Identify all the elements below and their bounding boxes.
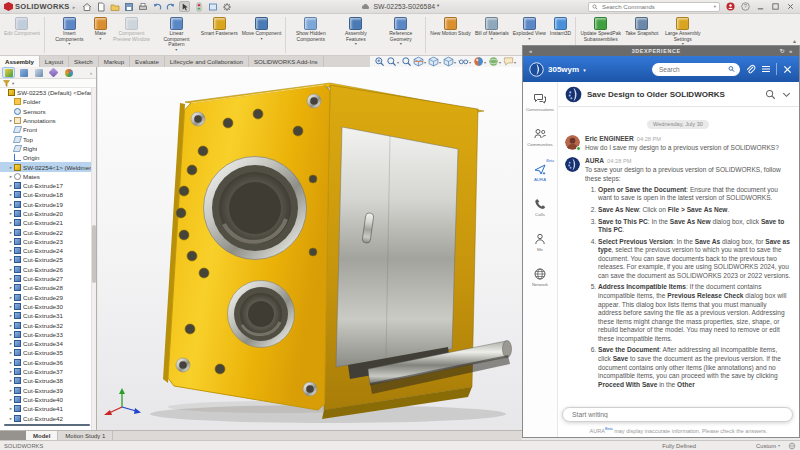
scrollbar-thumb[interactable]: [92, 225, 96, 283]
tab-solidworks-add-ins[interactable]: SOLIDWORKS Add-Ins: [249, 56, 324, 67]
tree-item-cut-extrude34[interactable]: ▸Cut-Extrude34: [0, 339, 96, 348]
tree-item-cut-extrude33[interactable]: ▸Cut-Extrude33: [0, 330, 96, 339]
configuration-selector[interactable]: Custom▾: [756, 443, 780, 449]
panel-tab-configuration-manager[interactable]: [32, 67, 45, 78]
user-menu-caret-icon[interactable]: ▾: [583, 67, 586, 73]
tree-item-origin[interactable]: Origin: [0, 153, 96, 162]
tree-item-cut-extrude32[interactable]: ▸Cut-Extrude32: [0, 320, 96, 329]
tree-item-right[interactable]: Right: [0, 144, 96, 153]
rail-item-network[interactable]: Network: [523, 267, 557, 302]
tree-item-top[interactable]: Top: [0, 134, 96, 143]
message-list[interactable]: Wednesday, July 30 Eric ENGIN: [558, 107, 799, 401]
panel-tab-property-manager[interactable]: [17, 67, 30, 78]
close-icon[interactable]: [785, 1, 796, 12]
tree-item-front[interactable]: Front: [0, 125, 96, 134]
tree-item-cut-extrude36[interactable]: ▸Cut-Extrude36: [0, 358, 96, 367]
redo-icon[interactable]: [165, 1, 176, 12]
appearance-sphere-button[interactable]: ▾: [473, 56, 487, 67]
tree-item-cut-extrude21[interactable]: ▸Cut-Extrude21: [0, 218, 96, 227]
ribbon-collapse-icon[interactable]: ▴: [793, 38, 796, 44]
tree-item-cut-extrude24[interactable]: ▸Cut-Extrude24: [0, 246, 96, 255]
panel-menu-button[interactable]: [760, 63, 772, 75]
tree-item-sw-02253-default-default-dis[interactable]: SW-02253 (Default) <Default_Displ: [0, 88, 96, 97]
ribbon-button-linear-component-pattern[interactable]: Linear Component Pattern▾: [154, 15, 199, 55]
aura-avatar[interactable]: [565, 157, 580, 172]
ribbon-button-new-motion-study[interactable]: New Motion Study: [428, 15, 473, 55]
open-folder-icon[interactable]: [109, 1, 120, 12]
ribbon-button-reference-geometry[interactable]: Reference Geometry▾: [378, 15, 423, 55]
tree-item-cut-extrude25[interactable]: ▸Cut-Extrude25: [0, 255, 96, 264]
undo-icon[interactable]: [151, 1, 162, 12]
home-icon[interactable]: [81, 1, 92, 12]
tab-sketch[interactable]: Sketch: [69, 56, 99, 67]
save-icon[interactable]: [123, 1, 134, 12]
tree-item-folder[interactable]: Folder: [0, 97, 96, 106]
tree-item-cut-extrude26[interactable]: ▸Cut-Extrude26: [0, 265, 96, 274]
help-icon[interactable]: ?: [740, 1, 751, 12]
tree-item-cut-extrude23[interactable]: ▸Cut-Extrude23: [0, 237, 96, 246]
section-cube-button[interactable]: ▾: [413, 56, 427, 67]
tree-item-cut-extrude20[interactable]: ▸Cut-Extrude20: [0, 209, 96, 218]
ribbon-button-assembly-features[interactable]: Assembly Features▾: [333, 15, 378, 55]
panel-tab-feature-manager-design-tree[interactable]: [2, 67, 15, 78]
panel-dock-left-icon[interactable]: «: [529, 48, 533, 54]
compass-logo-icon[interactable]: [529, 62, 544, 77]
rail-item-communities[interactable]: Communities: [523, 127, 557, 162]
ribbon-button-move-component[interactable]: Move Component▾: [240, 15, 283, 55]
tree-item-cut-extrude18[interactable]: ▸Cut-Extrude18: [0, 190, 96, 199]
conversation-search-button[interactable]: [765, 89, 776, 100]
rail-item-calls[interactable]: Calls: [523, 197, 557, 232]
view-orientation-cube-button[interactable]: ▾: [443, 56, 457, 67]
panel-close-button[interactable]: [781, 63, 793, 75]
tab-lifecycle-and-collaboration[interactable]: Lifecycle and Collaboration: [165, 56, 249, 67]
user-menu[interactable]: 305wym: [548, 65, 579, 74]
tab-model[interactable]: Model: [26, 431, 58, 440]
avatar[interactable]: [565, 135, 580, 150]
comment-bubble-button[interactable]: ▾: [503, 56, 517, 67]
tree-item-annotations[interactable]: ▸Annotations: [0, 116, 96, 125]
options-icon[interactable]: [221, 1, 232, 12]
panel-search-input[interactable]: [657, 65, 725, 74]
panel-refresh-icon[interactable]: ↻: [779, 48, 785, 54]
tree-item-sensors[interactable]: Sensors: [0, 107, 96, 116]
feature-tree-scrollbar[interactable]: [91, 88, 96, 430]
attach-button[interactable]: [744, 63, 756, 75]
panel-tab-dimxpert-manager[interactable]: [47, 67, 60, 78]
tree-item-cut-extrude38[interactable]: ▸Cut-Extrude38: [0, 376, 96, 385]
magnifier-area-button[interactable]: ▾: [386, 56, 400, 67]
search-dropdown-caret-icon[interactable]: ▾: [714, 4, 716, 9]
user-badge-icon[interactable]: [725, 1, 736, 12]
tab-layout[interactable]: Layout: [40, 56, 69, 67]
tree-item-cut-extrude30[interactable]: ▸Cut-Extrude30: [0, 302, 96, 311]
tree-item-cut-extrude39[interactable]: ▸Cut-Extrude39: [0, 386, 96, 395]
tab-markup[interactable]: Markup: [99, 56, 130, 67]
rail-item-conversations[interactable]: Conversations: [523, 92, 557, 127]
message-input-bar[interactable]: [562, 407, 793, 422]
maximize-icon[interactable]: [770, 1, 781, 12]
graphics-viewport[interactable]: [98, 67, 522, 430]
tree-item-mates[interactable]: ▸Mates: [0, 172, 96, 181]
tree-item-cut-extrude41[interactable]: ▸Cut-Extrude41: [0, 404, 96, 413]
panel-tabs-more-icon[interactable]: ›: [90, 70, 94, 76]
ribbon-button-smart-fasteners[interactable]: Smart Fasteners: [199, 15, 240, 55]
ribbon-button-bill-of-materials[interactable]: Bill of Materials▾: [473, 15, 511, 55]
new-document-icon[interactable]: [95, 1, 106, 12]
units-globe-icon[interactable]: [788, 442, 796, 450]
message-input[interactable]: [570, 410, 785, 419]
panel-dock-right-icon[interactable]: »: [789, 48, 793, 54]
rebuild-icon[interactable]: [193, 1, 204, 12]
ribbon-button-insert-components[interactable]: Insert Components▾: [47, 15, 92, 55]
display-style-cube-button[interactable]: ▾: [428, 56, 442, 67]
tree-item-cut-extrude40[interactable]: ▸Cut-Extrude40: [0, 395, 96, 404]
panel-tab-display-manager[interactable]: [62, 67, 75, 78]
3d-model[interactable]: [128, 67, 522, 427]
tab-assembly[interactable]: Assembly: [0, 56, 40, 67]
tree-item-cut-extrude19[interactable]: ▸Cut-Extrude19: [0, 200, 96, 209]
tab-scroll-grip[interactable]: [0, 431, 26, 440]
tree-item-cut-extrude42[interactable]: ▸Cut-Extrude42: [0, 413, 96, 422]
tree-item-cut-extrude22[interactable]: ▸Cut-Extrude22: [0, 227, 96, 236]
rail-item-me[interactable]: Me: [523, 232, 557, 267]
tree-item-cut-extrude28[interactable]: ▸Cut-Extrude28: [0, 283, 96, 292]
rollback-bar[interactable]: [4, 424, 90, 426]
minimize-icon[interactable]: [755, 1, 766, 12]
